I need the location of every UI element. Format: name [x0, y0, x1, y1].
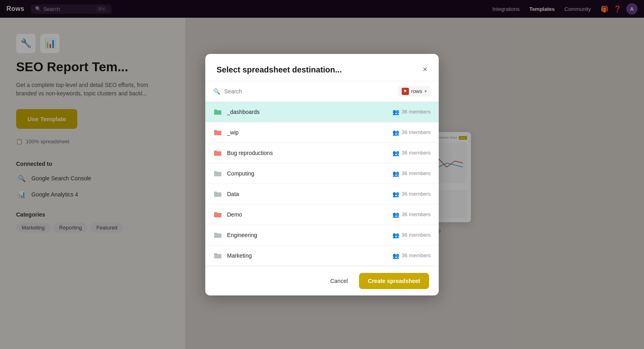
folder-name: Demo: [227, 211, 392, 218]
folder-icon: [213, 231, 222, 240]
list-item[interactable]: _wip 👥 36 members: [205, 122, 439, 143]
folder-name: Data: [227, 191, 392, 197]
member-count: 👥 36 members: [392, 211, 431, 218]
modal-search-icon: 🔍: [213, 88, 220, 95]
workspace-selector[interactable]: ⚑ rows ▾: [398, 86, 431, 97]
list-item[interactable]: Bug reproductions 👥 36 members: [205, 143, 439, 163]
list-item[interactable]: _dashboards 👥 36 members: [205, 102, 439, 122]
folder-icon: [213, 251, 222, 260]
member-count: 👥 36 members: [392, 191, 431, 197]
members-label: 36 members: [402, 211, 431, 217]
folder-icon: [213, 128, 222, 137]
create-spreadsheet-button[interactable]: Create spreadsheet: [359, 273, 429, 289]
folder-icon: [213, 190, 222, 198]
modal-close-button[interactable]: ×: [423, 65, 427, 73]
select-destination-modal: Select spreadsheet destination... × 🔍 ⚑ …: [205, 54, 439, 295]
members-label: 36 members: [402, 252, 431, 258]
members-icon: 👥: [392, 211, 399, 218]
list-item[interactable]: Data 👥 36 members: [205, 184, 439, 204]
member-count: 👥 36 members: [392, 150, 431, 156]
folder-icon: [213, 149, 222, 157]
chevron-down-icon: ▾: [425, 89, 427, 93]
list-item[interactable]: Computing 👥 36 members: [205, 163, 439, 184]
folder-icon: [213, 107, 222, 116]
members-icon: 👥: [392, 170, 399, 177]
modal-folder-list: _dashboards 👥 36 members _wip 👥 36 membe…: [205, 102, 439, 266]
folder-icon: [213, 210, 222, 219]
members-icon: 👥: [392, 150, 399, 156]
members-label: 36 members: [402, 170, 431, 176]
workspace-flag: ⚑: [403, 89, 407, 93]
members-icon: 👥: [392, 232, 399, 238]
members-icon: 👥: [392, 129, 399, 136]
list-item[interactable]: Demo 👥 36 members: [205, 204, 439, 225]
folder-icon: [213, 169, 222, 178]
workspace-name: rows: [411, 88, 422, 94]
member-count: 👥 36 members: [392, 170, 431, 177]
members-label: 36 members: [402, 109, 431, 115]
members-label: 36 members: [402, 129, 431, 135]
folder-name: Engineering: [227, 232, 392, 238]
cancel-button[interactable]: Cancel: [324, 274, 354, 288]
member-count: 👥 36 members: [392, 232, 431, 238]
modal-search-bar: 🔍 ⚑ rows ▾: [205, 81, 439, 102]
workspace-flag-icon: ⚑: [402, 88, 409, 95]
folder-name: Marketing: [227, 252, 392, 259]
members-icon: 👥: [392, 191, 399, 197]
folder-name: _dashboards: [227, 109, 392, 115]
members-icon: 👥: [392, 252, 399, 259]
folder-name: Bug reproductions: [227, 150, 392, 156]
member-count: 👥 36 members: [392, 109, 431, 115]
modal-title: Select spreadsheet destination...: [217, 65, 342, 74]
folder-name: _wip: [227, 129, 392, 136]
members-label: 36 members: [402, 232, 431, 238]
modal-overlay[interactable]: Select spreadsheet destination... × 🔍 ⚑ …: [0, 0, 644, 349]
folder-name: Computing: [227, 170, 392, 177]
members-label: 36 members: [402, 150, 431, 156]
list-item[interactable]: Marketing 👥 36 members: [205, 246, 439, 266]
modal-header: Select spreadsheet destination... ×: [205, 54, 439, 81]
modal-footer: Cancel Create spreadsheet: [205, 266, 439, 295]
members-icon: 👥: [392, 109, 399, 115]
member-count: 👥 36 members: [392, 129, 431, 136]
members-label: 36 members: [402, 191, 431, 197]
list-item[interactable]: Engineering 👥 36 members: [205, 225, 439, 246]
member-count: 👥 36 members: [392, 252, 431, 259]
modal-search-input[interactable]: [224, 88, 394, 95]
